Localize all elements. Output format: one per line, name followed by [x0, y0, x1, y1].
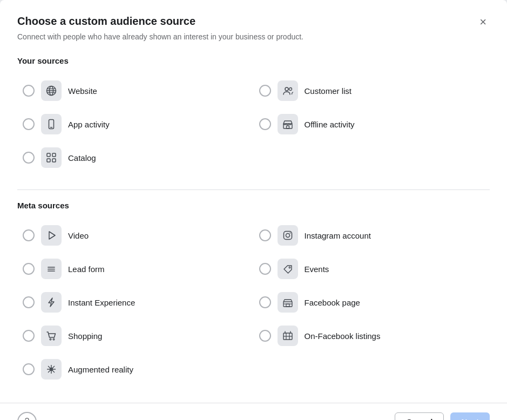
radio-instant-experience	[23, 296, 35, 308]
help-label: ?	[25, 417, 30, 420]
option-instant-experience[interactable]: Instant Experience	[17, 286, 254, 319]
modal-header: Choose a custom audience source ×	[17, 15, 490, 29]
users-icon	[278, 80, 298, 101]
option-offline-activity-label: Offline activity	[305, 120, 355, 129]
modal-footer: ? Cancel Next	[0, 403, 507, 420]
option-shopping[interactable]: Shopping	[17, 319, 254, 353]
svg-point-30	[289, 267, 290, 268]
option-facebook-page-label: Facebook page	[305, 298, 360, 307]
svg-rect-7	[47, 153, 50, 157]
meta-sources-right: Instagram account Events	[254, 219, 490, 386]
option-app-activity[interactable]: App activity	[17, 107, 254, 141]
radio-augmented-reality	[23, 363, 35, 375]
option-on-facebook-listings[interactable]: On-Facebook listings	[254, 319, 490, 353]
svg-marker-15	[49, 232, 55, 239]
svg-rect-14	[286, 126, 289, 128]
section-divider	[17, 189, 490, 190]
svg-point-20	[50, 338, 51, 340]
svg-rect-27	[283, 232, 292, 240]
modal-subtitle: Connect with people who have already sho…	[17, 32, 490, 41]
radio-shopping	[23, 330, 35, 342]
radio-video	[23, 229, 35, 241]
modal-title-area: Choose a custom audience source	[17, 15, 195, 28]
option-lead-form-label: Lead form	[68, 265, 105, 274]
option-website[interactable]: Website	[17, 74, 254, 107]
option-events-label: Events	[305, 265, 329, 274]
your-sources-right: Customer list	[254, 74, 490, 174]
fb-store-icon	[278, 292, 298, 313]
svg-rect-33	[286, 304, 289, 307]
option-instant-experience-label: Instant Experience	[68, 298, 135, 307]
option-video-label: Video	[68, 231, 89, 240]
mobile-icon	[41, 114, 62, 134]
svg-point-21	[53, 338, 55, 340]
your-sources-section: Your sources Websit	[17, 56, 490, 174]
modal-container: Choose a custom audience source × Connec…	[0, 0, 507, 420]
meta-sources-section: Meta sources Video	[17, 201, 490, 386]
option-shopping-label: Shopping	[68, 331, 102, 341]
option-augmented-reality-label: Augmented reality	[68, 365, 133, 374]
option-website-label: Website	[68, 86, 97, 96]
radio-app-activity	[23, 118, 35, 130]
lines-icon	[41, 259, 62, 279]
tag-icon	[278, 259, 298, 279]
footer-actions: Cancel Next	[395, 412, 490, 421]
option-instagram-account[interactable]: Instagram account	[254, 219, 490, 252]
listings-icon	[278, 326, 298, 346]
play-icon	[41, 225, 62, 246]
cart-icon	[41, 326, 62, 346]
sparkle-icon	[41, 359, 62, 380]
option-video[interactable]: Video	[17, 219, 254, 252]
grid-icon	[41, 147, 62, 168]
your-sources-grid: Website App activity	[17, 74, 490, 174]
meta-sources-left: Video Lead form	[17, 219, 254, 386]
radio-facebook-page	[259, 296, 271, 308]
radio-customer-list	[259, 85, 271, 97]
svg-point-11	[285, 87, 288, 91]
option-on-facebook-listings-label: On-Facebook listings	[305, 331, 381, 341]
cancel-button[interactable]: Cancel	[395, 412, 444, 421]
option-facebook-page[interactable]: Facebook page	[254, 286, 490, 319]
globe-icon	[41, 80, 62, 101]
option-events[interactable]: Events	[254, 252, 490, 286]
svg-rect-8	[52, 153, 56, 157]
help-button[interactable]: ?	[17, 412, 37, 420]
svg-point-28	[286, 234, 289, 238]
next-button[interactable]: Next	[450, 412, 490, 421]
radio-instagram-account	[259, 229, 271, 241]
svg-rect-10	[52, 159, 56, 162]
radio-offline-activity	[259, 118, 271, 130]
svg-point-29	[289, 233, 290, 234]
meta-sources-grid: Video Lead form	[17, 219, 490, 386]
radio-website	[23, 85, 35, 97]
svg-point-12	[289, 88, 292, 91]
your-sources-left: Website App activity	[17, 74, 254, 174]
option-instagram-account-label: Instagram account	[305, 231, 371, 240]
option-customer-list-label: Customer list	[305, 86, 352, 96]
your-sources-label: Your sources	[17, 56, 490, 65]
radio-lead-form	[23, 263, 35, 275]
svg-rect-9	[47, 159, 50, 162]
store-icon	[278, 114, 298, 134]
close-button[interactable]: ×	[476, 15, 490, 29]
instagram-icon	[278, 225, 298, 246]
option-augmented-reality[interactable]: Augmented reality	[17, 353, 254, 386]
radio-on-facebook-listings	[259, 330, 271, 342]
bolt-icon	[41, 292, 62, 313]
modal-title: Choose a custom audience source	[17, 15, 195, 28]
option-offline-activity[interactable]: Offline activity	[254, 107, 490, 141]
option-app-activity-label: App activity	[68, 120, 110, 129]
meta-sources-label: Meta sources	[17, 201, 490, 210]
option-catalog-label: Catalog	[68, 153, 96, 162]
option-catalog[interactable]: Catalog	[17, 141, 254, 174]
svg-marker-19	[49, 298, 54, 307]
option-customer-list[interactable]: Customer list	[254, 74, 490, 107]
radio-events	[259, 263, 271, 275]
option-lead-form[interactable]: Lead form	[17, 252, 254, 286]
radio-catalog	[23, 152, 35, 164]
